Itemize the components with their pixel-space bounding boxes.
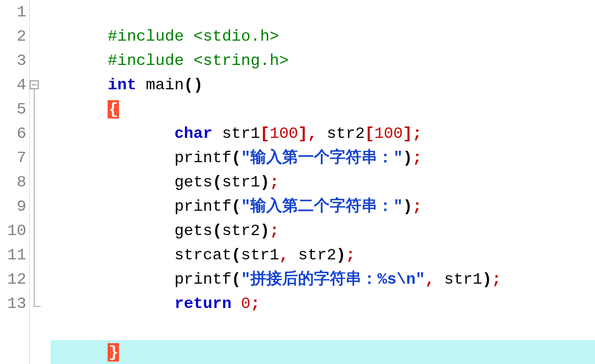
line-number: 7: [0, 146, 26, 170]
keyword: char: [175, 124, 213, 143]
brace-close: }: [108, 343, 119, 362]
brace-open: {: [108, 100, 119, 119]
line-number: 13: [0, 292, 26, 316]
preprocessor: #include: [108, 27, 193, 46]
current-line-highlight: [51, 340, 595, 364]
fold-guideline: [34, 89, 35, 300]
preprocessor: #include: [108, 52, 193, 70]
code-editor[interactable]: 1 2 3 4 5 6 7 8 9 10 11 12 13 #include <…: [0, 0, 595, 364]
line-number-gutter: 1 2 3 4 5 6 7 8 9 10 11 12 13: [0, 0, 30, 364]
line-number: 9: [0, 194, 26, 219]
line-number: 3: [0, 49, 26, 73]
header: <string.h>: [193, 52, 289, 70]
string-literal: "拼接后的字符串：%s\n": [241, 270, 425, 289]
code-line[interactable]: #include <stdio.h>: [51, 0, 595, 24]
line-number: 11: [0, 243, 26, 267]
header: <stdio.h>: [193, 27, 279, 46]
keyword: int: [108, 76, 136, 94]
string-literal: "输入第二个字符串：": [241, 197, 403, 216]
line-number: 6: [0, 121, 26, 146]
fold-end-icon: [34, 300, 41, 307]
fold-column: [30, 0, 44, 364]
line-number: 8: [0, 170, 26, 194]
line-number: 12: [0, 267, 26, 292]
function-name: main: [146, 76, 184, 94]
line-number: 4: [0, 73, 26, 97]
line-number: 10: [0, 219, 26, 243]
fold-toggle-icon[interactable]: [30, 80, 39, 89]
string-literal: "输入第一个字符串：": [241, 149, 403, 167]
line-number: 2: [0, 24, 26, 49]
keyword: return: [175, 295, 232, 313]
line-number: 5: [0, 97, 26, 121]
code-area[interactable]: #include <stdio.h> #include <string.h> i…: [44, 0, 595, 364]
line-number: 1: [0, 0, 26, 24]
code-line[interactable]: char str1[100], str2[100];: [51, 97, 595, 121]
